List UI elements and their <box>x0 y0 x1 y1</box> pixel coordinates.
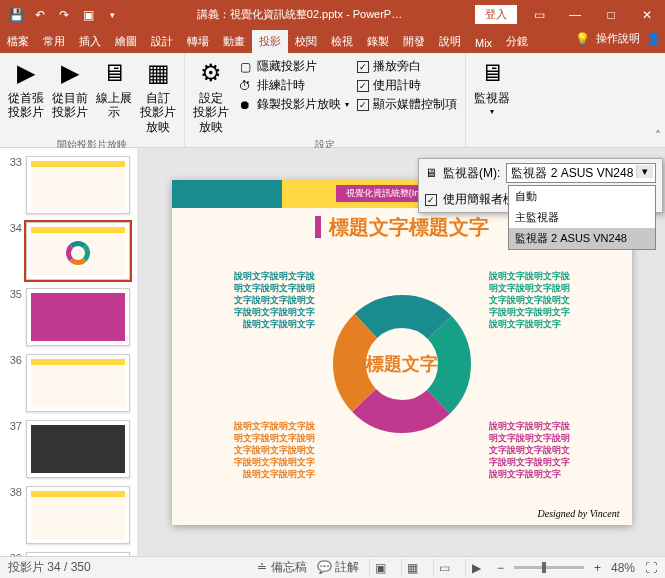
presenter-view-label: 使用簡報者檢 <box>443 191 515 208</box>
tell-me-label[interactable]: 操作說明 <box>596 31 640 46</box>
donut-chart: 標題文字 <box>327 289 477 439</box>
thumb-37[interactable] <box>26 420 130 478</box>
monitor-option-asus[interactable]: 監視器 2 ASUS VN248 <box>509 228 655 249</box>
reading-view-icon[interactable]: ▭ <box>433 559 455 577</box>
hide-slide-button[interactable]: ▢隱藏投影片 <box>233 57 353 76</box>
ribbon-options-icon[interactable]: ▭ <box>521 0 557 29</box>
tab-slideshow[interactable]: 投影 <box>252 30 288 53</box>
play-narrations-checkbox[interactable]: ✓播放旁白 <box>353 57 461 76</box>
thumb-33[interactable] <box>26 156 130 214</box>
lightbulb-icon[interactable]: 💡 <box>575 32 590 46</box>
rehearse-timings-button[interactable]: ⏱排練計時 <box>233 76 353 95</box>
save-icon[interactable]: 💾 <box>6 5 26 25</box>
zoom-level[interactable]: 48% <box>611 561 635 575</box>
monitor-select-icon: 🖥 <box>425 166 437 180</box>
collapse-ribbon-icon[interactable]: ˄ <box>655 129 661 143</box>
tab-developer[interactable]: 開發 <box>396 30 432 53</box>
monitor-dropdown-panel: 🖥 監視器(M): 監視器 2 ASUS VN248 ✓ 使用簡報者檢 自動 主… <box>418 158 663 213</box>
ribbon: ▶從首張 投影片 ▶從目前 投影片 🖥線上展 示 ▦自訂 投影片放映 開始投影片… <box>0 53 665 148</box>
tab-record[interactable]: 錄製 <box>360 30 396 53</box>
statusbar: 投影片 34 / 350 ≐ 備忘稿 💬 註解 ▣ ▦ ▭ ▶ − + 48% … <box>0 556 665 578</box>
minimize-icon[interactable]: ― <box>557 0 593 29</box>
timer-icon: ⏱ <box>237 78 253 94</box>
zoom-in-icon[interactable]: + <box>594 561 601 575</box>
play-from-current-icon: ▶ <box>54 57 86 89</box>
custom-slideshow-button[interactable]: ▦自訂 投影片放映 <box>136 55 180 136</box>
thumb-35[interactable] <box>26 288 130 346</box>
quick-access-toolbar: 💾 ↶ ↷ ▣ ▾ <box>0 5 128 25</box>
comments-button[interactable]: 💬 註解 <box>317 559 359 576</box>
tab-mix[interactable]: Mix <box>468 33 499 53</box>
tab-transitions[interactable]: 轉場 <box>180 30 216 53</box>
text-block-tr: 說明文字說明文字說 明文字說明文字說明 文字說明文字說明文 字說明文字說明文字 … <box>489 270 604 331</box>
tab-draw[interactable]: 繪圖 <box>108 30 144 53</box>
monitor-icon: 🖥 <box>476 57 508 89</box>
thumb-36[interactable] <box>26 354 130 412</box>
undo-icon[interactable]: ↶ <box>30 5 50 25</box>
fit-to-window-icon[interactable]: ⛶ <box>645 561 657 575</box>
tab-insert[interactable]: 插入 <box>72 30 108 53</box>
present-online-icon: 🖥 <box>98 57 130 89</box>
text-block-bl: 說明文字說明文字說 明文字說明文字說明 文字說明文字說明文 字說明文字說明文字 … <box>200 420 315 481</box>
donut-center-label: 標題文字 <box>366 352 438 376</box>
hide-slide-icon: ▢ <box>237 59 253 75</box>
document-title: 講義：視覺化資訊統整02.pptx - PowerP… <box>128 7 471 22</box>
normal-view-icon[interactable]: ▣ <box>369 559 391 577</box>
tab-help[interactable]: 說明 <box>432 30 468 53</box>
share-icon[interactable]: 👤 <box>646 32 661 46</box>
tab-home[interactable]: 常用 <box>36 30 72 53</box>
ribbon-tabs: 檔案 常用 插入 繪圖 設計 轉場 動畫 投影 校閱 檢視 錄製 開發 說明 M… <box>0 29 665 53</box>
slide-thumbnails[interactable]: 33 34 35 36 37 38 39 <box>0 148 138 556</box>
monitor-button[interactable]: 🖥監視器▾ <box>470 55 514 119</box>
tab-review[interactable]: 校閱 <box>288 30 324 53</box>
text-block-br: 說明文字說明文字說 明文字說明文字說明 文字說明文字說明文 字說明文字說明文字 … <box>489 420 604 481</box>
text-block-tl: 說明文字說明文字說 明文字說明文字說明 文字說明文字說明文 字說明文字說明文字 … <box>200 270 315 331</box>
slideshow-view-icon[interactable]: ▶ <box>465 559 487 577</box>
close-icon[interactable]: ✕ <box>629 0 665 29</box>
slide-counter[interactable]: 投影片 34 / 350 <box>8 559 91 576</box>
zoom-out-icon[interactable]: − <box>497 561 504 575</box>
maximize-icon[interactable]: □ <box>593 0 629 29</box>
zoom-slider[interactable] <box>514 566 584 569</box>
from-beginning-button[interactable]: ▶從首張 投影片 <box>4 55 48 122</box>
redo-icon[interactable]: ↷ <box>54 5 74 25</box>
monitor-select[interactable]: 監視器 2 ASUS VN248 <box>506 163 656 183</box>
setup-icon: ⚙ <box>195 57 227 89</box>
checkbox-checked-icon: ✓ <box>357 80 369 92</box>
tab-view[interactable]: 檢視 <box>324 30 360 53</box>
checkbox-checked-icon: ✓ <box>357 99 369 111</box>
thumb-34[interactable] <box>26 222 130 280</box>
tab-storyboard[interactable]: 分鏡 <box>499 30 535 53</box>
checkbox-checked-icon: ✓ <box>357 61 369 73</box>
record-slideshow-button[interactable]: ⏺錄製投影片放映 ▾ <box>233 95 353 114</box>
from-current-button[interactable]: ▶從目前 投影片 <box>48 55 92 122</box>
start-slideshow-icon[interactable]: ▣ <box>78 5 98 25</box>
sorter-view-icon[interactable]: ▦ <box>401 559 423 577</box>
custom-show-icon: ▦ <box>142 57 174 89</box>
thumb-38[interactable] <box>26 486 130 544</box>
designed-by: Designed by Vincent <box>537 508 619 519</box>
setup-slideshow-button[interactable]: ⚙設定 投影片放映 <box>189 55 233 136</box>
use-timings-checkbox[interactable]: ✓使用計時 <box>353 76 461 95</box>
checkbox-checked-icon[interactable]: ✓ <box>425 194 437 206</box>
show-media-controls-checkbox[interactable]: ✓顯示媒體控制項 <box>353 95 461 114</box>
record-icon: ⏺ <box>237 97 253 113</box>
monitor-option-auto[interactable]: 自動 <box>509 186 655 207</box>
tab-file[interactable]: 檔案 <box>0 30 36 53</box>
notes-button[interactable]: ≐ 備忘稿 <box>257 559 306 576</box>
monitor-label: 監視器(M): <box>443 165 500 182</box>
play-from-start-icon: ▶ <box>10 57 42 89</box>
present-online-button[interactable]: 🖥線上展 示 <box>92 55 136 122</box>
monitor-options-list: 自動 主監視器 監視器 2 ASUS VN248 <box>508 185 656 250</box>
qat-more-icon[interactable]: ▾ <box>102 5 122 25</box>
tab-design[interactable]: 設計 <box>144 30 180 53</box>
titlebar: 💾 ↶ ↷ ▣ ▾ 講義：視覺化資訊統整02.pptx - PowerP… 登入… <box>0 0 665 29</box>
login-button[interactable]: 登入 <box>475 5 517 24</box>
monitor-option-primary[interactable]: 主監視器 <box>509 207 655 228</box>
tab-animations[interactable]: 動畫 <box>216 30 252 53</box>
